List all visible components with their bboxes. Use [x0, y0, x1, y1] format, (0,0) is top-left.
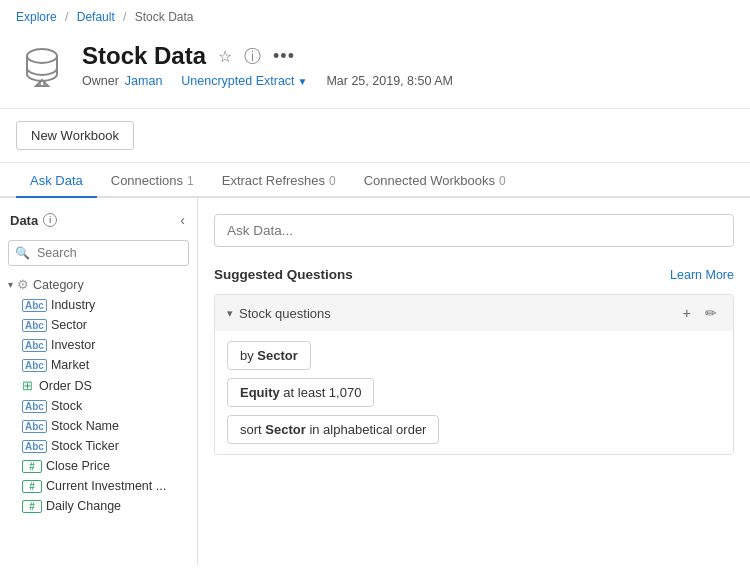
question-pill-by-sector[interactable]: by Sector	[227, 341, 311, 370]
type-hash-icon: #	[22, 500, 42, 513]
search-icon: 🔍	[15, 246, 30, 260]
tree-item-label: Daily Change	[46, 499, 121, 513]
tree-item-sector[interactable]: Abc Sector	[0, 315, 197, 335]
extract-type-badge[interactable]: Unencrypted Extract ▼	[181, 74, 307, 88]
ask-data-input[interactable]	[214, 214, 734, 247]
tree-item-stock-ticker[interactable]: Abc Stock Ticker	[0, 436, 197, 456]
page-header: Stock Data ☆ ⓘ ••• Owner Jaman Unencrypt…	[0, 32, 750, 109]
favorite-button[interactable]: ☆	[216, 45, 234, 68]
tree-item-label: Stock Name	[51, 419, 119, 433]
edit-question-button[interactable]: ✏	[701, 303, 721, 323]
owner-name: Jaman	[125, 74, 163, 88]
tree-item-label: Order DS	[39, 379, 92, 393]
type-hash-icon: #	[22, 480, 42, 493]
type-abc-icon: Abc	[22, 440, 47, 453]
more-options-button[interactable]: •••	[271, 44, 297, 69]
type-hash-icon: #	[22, 460, 42, 473]
data-tree: ▾ ⚙ Category Abc Industry Abc Sector Abc…	[0, 272, 197, 565]
question-group-stock: ▾ Stock questions + ✏ by Sector Equity a…	[214, 294, 734, 455]
sidebar-header: Data i ‹	[0, 206, 197, 236]
tree-item-label: Stock Ticker	[51, 439, 119, 453]
search-input[interactable]	[8, 240, 189, 266]
breadcrumb-explore[interactable]: Explore	[16, 10, 57, 24]
category-label: Category	[33, 278, 84, 292]
search-box: 🔍	[8, 240, 189, 266]
sidebar-info-icon[interactable]: i	[43, 213, 57, 227]
extract-dropdown-icon: ▼	[298, 76, 308, 87]
category-caret-icon: ▾	[8, 279, 13, 290]
datasource-icon	[16, 42, 68, 94]
tab-connected-workbooks[interactable]: Connected Workbooks0	[350, 163, 520, 198]
actions-bar: New Workbook	[0, 109, 750, 163]
tree-item-label: Close Price	[46, 459, 110, 473]
question-pill-sort-sector[interactable]: sort Sector in alphabetical order	[227, 415, 439, 444]
question-group-header[interactable]: ▾ Stock questions + ✏	[215, 295, 733, 331]
owner-label: Owner	[82, 74, 119, 88]
question-pill-equity[interactable]: Equity at least 1,070	[227, 378, 374, 407]
tree-item-label: Stock	[51, 399, 82, 413]
header-meta: Owner Jaman Unencrypted Extract ▼ Mar 25…	[82, 74, 734, 88]
type-abc-icon: Abc	[22, 359, 47, 372]
tree-item-label: Industry	[51, 298, 95, 312]
new-workbook-button[interactable]: New Workbook	[16, 121, 134, 150]
type-abc-icon: Abc	[22, 339, 47, 352]
suggested-questions-header: Suggested Questions Learn More	[214, 267, 734, 282]
group-chevron-icon: ▾	[227, 307, 233, 320]
breadcrumb-default[interactable]: Default	[77, 10, 115, 24]
group-title: Stock questions	[239, 306, 331, 321]
tree-item-order-ds[interactable]: ⊞ Order DS	[0, 375, 197, 396]
sidebar-title: Data i	[10, 213, 57, 228]
tab-ask-data[interactable]: Ask Data	[16, 163, 97, 198]
type-abc-icon: Abc	[22, 319, 47, 332]
category-group-icon: ⚙	[17, 277, 29, 292]
tab-connections[interactable]: Connections1	[97, 163, 208, 198]
header-info: Stock Data ☆ ⓘ ••• Owner Jaman Unencrypt…	[82, 42, 734, 88]
main-content: Data i ‹ 🔍 ▾ ⚙ Category Abc Industry Abc	[0, 198, 750, 565]
type-abc-icon: Abc	[22, 400, 47, 413]
svg-point-0	[27, 49, 57, 63]
page-title: Stock Data	[82, 42, 206, 70]
info-button[interactable]: ⓘ	[242, 43, 263, 70]
tree-item-daily-change[interactable]: # Daily Change	[0, 496, 197, 516]
tree-item-current-investment[interactable]: # Current Investment ...	[0, 476, 197, 496]
tree-item-label: Investor	[51, 338, 95, 352]
right-panel: Suggested Questions Learn More ▾ Stock q…	[198, 198, 750, 565]
tree-item-market[interactable]: Abc Market	[0, 355, 197, 375]
learn-more-link[interactable]: Learn More	[670, 268, 734, 282]
breadcrumb-current: Stock Data	[135, 10, 194, 24]
add-question-button[interactable]: +	[679, 303, 695, 323]
tree-item-stock-name[interactable]: Abc Stock Name	[0, 416, 197, 436]
sidebar: Data i ‹ 🔍 ▾ ⚙ Category Abc Industry Abc	[0, 198, 198, 565]
tabs-bar: Ask Data Connections1 Extract Refreshes0…	[0, 163, 750, 198]
last-updated-date: Mar 25, 2019, 8:50 AM	[326, 74, 452, 88]
tree-item-stock[interactable]: Abc Stock	[0, 396, 197, 416]
tree-item-label: Current Investment ...	[46, 479, 166, 493]
tree-item-label: Sector	[51, 318, 87, 332]
table-icon: ⊞	[22, 378, 33, 393]
question-items-list: by Sector Equity at least 1,070 sort Sec…	[215, 331, 733, 454]
breadcrumb: Explore / Default / Stock Data	[0, 0, 750, 32]
sidebar-collapse-button[interactable]: ‹	[178, 210, 187, 230]
type-abc-icon: Abc	[22, 420, 47, 433]
tree-item-label: Market	[51, 358, 89, 372]
suggested-questions-title: Suggested Questions	[214, 267, 353, 282]
tree-item-industry[interactable]: Abc Industry	[0, 295, 197, 315]
tree-item-close-price[interactable]: # Close Price	[0, 456, 197, 476]
category-group[interactable]: ▾ ⚙ Category	[0, 274, 197, 295]
tab-extract-refreshes[interactable]: Extract Refreshes0	[208, 163, 350, 198]
type-abc-icon: Abc	[22, 299, 47, 312]
tree-item-investor[interactable]: Abc Investor	[0, 335, 197, 355]
